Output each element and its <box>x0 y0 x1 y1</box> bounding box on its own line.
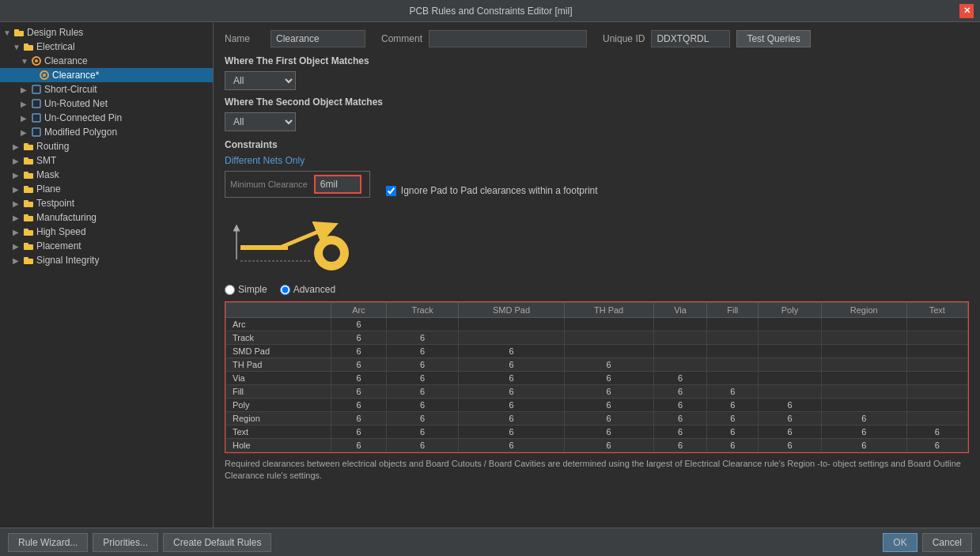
name-label: Name <box>225 33 264 44</box>
rule-wizard-button[interactable]: Rule Wizard... <box>8 533 88 552</box>
tree-item-label: Signal Integrity <box>36 255 99 266</box>
cell-TH Pad-SMD Pad: 6 <box>459 358 564 372</box>
tree-item-clearance-group[interactable]: ▼Clearance <box>0 54 213 68</box>
tree-icon-folder <box>23 198 34 209</box>
tree-item-mask[interactable]: ▶Mask <box>0 168 213 182</box>
tree-item-clearance-item[interactable]: Clearance* <box>0 68 213 82</box>
title-bar: PCB Rules and Constraints Editor [mil] ✕ <box>0 0 980 22</box>
cell-Via-Track: 6 <box>386 372 459 385</box>
tree-icon-folder <box>23 41 34 52</box>
cell-Hole-TH Pad: 6 <box>564 439 653 452</box>
svg-point-5 <box>35 59 38 62</box>
where-first-header: Where The First Object Matches <box>225 55 969 66</box>
table-row: SMD Pad666 <box>226 345 968 358</box>
tree-arrow: ▶ <box>13 185 21 194</box>
window-title: PCB Rules and Constraints Editor [mil] <box>22 6 959 17</box>
tree-item-high-speed[interactable]: ▶High Speed <box>0 225 213 239</box>
tree-icon-rule <box>31 112 42 123</box>
cell-Arc-TH Pad <box>564 318 653 331</box>
tree-item-label: Modified Polygon <box>44 127 117 138</box>
table-row: Track66 <box>226 331 968 345</box>
svg-rect-23 <box>24 214 28 217</box>
info-text: Required clearances between electrical o… <box>225 458 969 482</box>
cell-SMD Pad-Text <box>906 345 967 358</box>
cell-Fill-Text <box>906 385 967 399</box>
clearance-value-input[interactable] <box>314 175 361 194</box>
tree-icon-folder <box>23 155 34 166</box>
tree-item-modified-polygon[interactable]: ▶Modified Polygon <box>0 125 213 139</box>
tree-item-label: Testpoint <box>36 198 74 209</box>
cell-Region-Via: 6 <box>653 412 707 426</box>
cell-Poly-Region <box>821 399 906 412</box>
test-queries-button[interactable]: Test Queries <box>736 30 810 47</box>
cell-Hole-Fill: 6 <box>707 439 759 452</box>
tree-item-design-rules[interactable]: ▼Design Rules <box>0 25 213 40</box>
comment-label: Comment <box>381 33 422 44</box>
tree-item-routing[interactable]: ▶Routing <box>0 139 213 153</box>
tree-item-label: Clearance <box>44 55 88 66</box>
cell-Hole-SMD Pad: 6 <box>459 439 564 452</box>
cancel-button[interactable]: Cancel <box>922 533 972 552</box>
advanced-radio-label[interactable]: Advanced <box>280 284 335 295</box>
where-first-dropdown[interactable]: AllNetNet ClassLayer <box>225 71 296 90</box>
tree-item-plane[interactable]: ▶Plane <box>0 182 213 196</box>
tree-arrow: ▶ <box>13 157 21 165</box>
tree-icon-folder <box>23 226 34 237</box>
close-button[interactable]: ✕ <box>959 4 974 18</box>
row-label: Text <box>226 426 331 439</box>
tree-arrow: ▶ <box>13 256 21 265</box>
tree-icon-folder <box>23 183 34 195</box>
tree-item-smt[interactable]: ▶SMT <box>0 153 213 168</box>
tree-item-manufacturing[interactable]: ▶Manufacturing <box>0 210 213 225</box>
constraints-section: Constraints Different Nets Only Minimum … <box>225 139 969 482</box>
cell-Fill-Arc: 6 <box>331 385 387 399</box>
advanced-radio[interactable] <box>280 285 290 295</box>
tree-item-label: Un-Connected Pin <box>44 112 122 123</box>
cell-Track-Region <box>821 331 906 345</box>
cell-Arc-Arc: 6 <box>331 318 387 331</box>
tree-arrow: ▶ <box>21 114 28 123</box>
comment-input[interactable] <box>429 30 587 47</box>
tree-item-placement[interactable]: ▶Placement <box>0 239 213 253</box>
row-label: Track <box>226 331 331 345</box>
table-row: Fill666666 <box>226 385 968 399</box>
where-second-dropdown[interactable]: AllNetNet ClassLayer <box>225 112 296 131</box>
constraints-header: Constraints <box>225 139 969 150</box>
ok-button[interactable]: OK <box>883 533 917 552</box>
tree-arrow: ▶ <box>13 228 21 236</box>
simple-radio[interactable] <box>225 285 235 295</box>
ignore-pad-checkbox[interactable] <box>386 186 396 196</box>
row-label: SMD Pad <box>226 345 331 358</box>
bottom-left-buttons: Rule Wizard... Priorities... Create Defa… <box>8 533 271 552</box>
tree-icon-folder <box>23 141 34 152</box>
tree-item-electrical[interactable]: ▼Electrical <box>0 40 213 54</box>
cell-Text-Poly: 6 <box>759 426 822 439</box>
unique-id-input[interactable] <box>651 30 730 47</box>
tree-item-label: SMT <box>36 155 56 166</box>
table-row: Region66666666 <box>226 412 968 426</box>
create-defaults-button[interactable]: Create Default Rules <box>163 533 271 552</box>
tree-item-short-circuit[interactable]: ▶Short-Circuit <box>0 82 213 96</box>
cell-Hole-Arc: 6 <box>331 439 387 452</box>
cell-Region-TH Pad: 6 <box>564 412 653 426</box>
priorities-button[interactable]: Priorities... <box>93 533 158 552</box>
col-header-Region: Region <box>821 303 906 318</box>
cell-Region-Arc: 6 <box>331 412 387 426</box>
name-input[interactable] <box>271 30 365 47</box>
cell-TH Pad-TH Pad: 6 <box>564 358 653 372</box>
name-row: Name Comment Unique ID Test Queries <box>225 30 969 47</box>
tree-item-testpoint[interactable]: ▶Testpoint <box>0 196 213 210</box>
min-clearance-label: Minimum Clearance <box>230 180 308 189</box>
tree-item-un-routed-net[interactable]: ▶Un-Routed Net <box>0 96 213 111</box>
cell-Text-TH Pad: 6 <box>564 426 653 439</box>
cell-Text-Fill: 6 <box>707 426 759 439</box>
cell-Poly-Fill: 6 <box>707 399 759 412</box>
cell-Via-Region <box>821 372 906 385</box>
simple-radio-label[interactable]: Simple <box>225 284 267 295</box>
table-row: Text666666666 <box>226 426 968 439</box>
cell-Arc-Via <box>653 318 707 331</box>
cell-Fill-Fill: 6 <box>707 385 759 399</box>
tree-item-signal-integrity[interactable]: ▶Signal Integrity <box>0 253 213 267</box>
cell-Hole-Poly: 6 <box>759 439 822 452</box>
tree-item-un-connected-pin[interactable]: ▶Un-Connected Pin <box>0 111 213 125</box>
